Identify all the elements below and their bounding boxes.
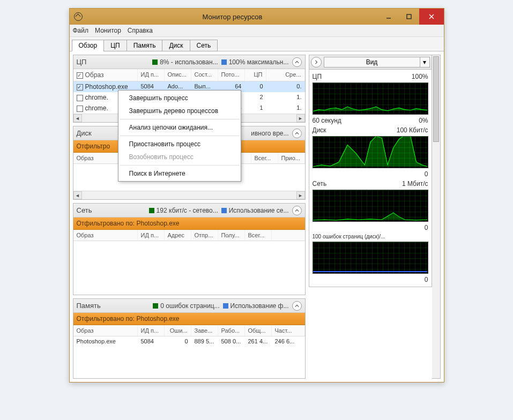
scroll-left-icon[interactable]: ◄	[73, 191, 82, 199]
graph-cpu-right: 100%	[412, 73, 428, 80]
memory-panel: Память 0 ошибок страниц... Использование…	[73, 298, 306, 379]
row-checkbox[interactable]	[77, 84, 83, 91]
net-panel-title: Сеть	[77, 206, 92, 214]
graph-mem-right2: 0	[425, 276, 428, 283]
graph-cpu-right2: 0%	[419, 117, 428, 124]
menubar: Файл Монитор Справка	[70, 25, 444, 37]
cpu-legend2-icon	[221, 59, 227, 65]
net-legend2: Использование се...	[229, 207, 289, 214]
ctx-end-tree[interactable]: Завершить дерево процессов	[118, 104, 241, 117]
disk-collapse-button[interactable]	[292, 129, 302, 138]
tab-network[interactable]: Сеть	[190, 40, 218, 51]
graphs-prev-button[interactable]	[311, 57, 322, 68]
cpu-legend1-icon	[152, 59, 158, 65]
mem-legend2-icon	[223, 303, 228, 309]
graph-net-right: 1 Мбит/с	[402, 180, 428, 188]
mem-legend2: Использование ф...	[231, 302, 289, 310]
net-collapse-button[interactable]	[292, 206, 302, 215]
graph-disk-right2: 0	[425, 170, 428, 178]
ctx-resume: Возобновить процесс	[118, 151, 241, 163]
window-title: Монитор ресурсов	[87, 13, 378, 21]
net-column-headers[interactable]: Образ ИД п... Адрес Отпр... Полу... Всег…	[73, 230, 305, 241]
graphs-header: Вид ▾	[309, 55, 432, 70]
cpu-column-headers[interactable]: Образ ИД п... Опис... Сост... Пото... ЦП…	[73, 69, 305, 81]
menu-monitor[interactable]: Монитор	[95, 27, 121, 34]
mem-legend1-icon	[153, 303, 158, 309]
mem-legend1: 0 ошибок страниц...	[160, 302, 219, 310]
disk-h-scrollbar[interactable]: ◄ ►	[73, 191, 305, 199]
view-label: Вид	[324, 57, 420, 68]
app-icon	[74, 12, 83, 21]
net-legend2-icon	[221, 208, 227, 213]
mem-row-photoshop[interactable]: Photoshop.exe 5084 0 889 5... 508 0... 2…	[73, 336, 305, 346]
tab-disk[interactable]: Диск	[162, 40, 190, 51]
tab-memory[interactable]: Память	[127, 40, 163, 51]
row-checkbox[interactable]	[77, 95, 83, 101]
mem-filter-bar: Отфильтровано по: Photoshop.exe	[73, 313, 305, 325]
mem-column-headers[interactable]: Образ ИД п... Оши... Заве... Рабо... Общ…	[73, 325, 305, 336]
scroll-right-icon[interactable]: ►	[296, 114, 305, 122]
mem-collapse-button[interactable]	[292, 301, 302, 311]
cpu-panel-title: ЦП	[77, 58, 87, 66]
view-selector[interactable]: Вид ▾	[324, 57, 430, 68]
ctx-search-web[interactable]: Поиск в Интернете	[118, 167, 241, 180]
disk-graph	[313, 136, 428, 168]
menu-file[interactable]: Файл	[73, 27, 89, 34]
disk-legend-suffix: ивного вре...	[251, 130, 288, 137]
net-graph	[313, 190, 428, 222]
tab-overview[interactable]: Обзор	[72, 40, 105, 51]
graph-disk-left: Диск	[313, 126, 326, 134]
cpu-collapse-button[interactable]	[292, 57, 302, 67]
tabbar: Обзор ЦП Память Диск Сеть	[70, 37, 444, 51]
graph-cpu-left: ЦП	[313, 73, 322, 80]
cpu-legend2: 100% максимальн...	[229, 58, 289, 66]
minimize-button[interactable]	[378, 9, 399, 25]
graph-net-right2: 0	[425, 224, 428, 231]
ctx-analyze-wait[interactable]: Анализ цепочки ожидания...	[118, 121, 241, 134]
mem-panel-title: Память	[77, 302, 101, 310]
menu-help[interactable]: Справка	[128, 27, 153, 34]
process-context-menu: Завершить процесс Завершить дерево проце…	[118, 90, 241, 182]
cpu-header-checkbox[interactable]	[77, 72, 83, 79]
tab-cpu[interactable]: ЦП	[103, 40, 127, 51]
right-v-scrollbar[interactable]	[432, 55, 441, 379]
network-panel: Сеть 192 кбит/с - сетево... Использовани…	[73, 203, 306, 295]
graph-cpu-left2: 60 секунд	[313, 117, 341, 124]
disk-panel-title: Диск	[77, 129, 92, 137]
maximize-button[interactable]	[399, 9, 419, 25]
graph-disk-right: 100 Кбит/с	[397, 126, 428, 134]
cpu-graph	[313, 82, 428, 115]
cpu-legend1: 8% - использован...	[160, 58, 218, 66]
titlebar[interactable]: Монитор ресурсов	[70, 9, 444, 25]
scroll-right-icon[interactable]: ►	[296, 191, 305, 199]
mem-graph	[313, 242, 428, 274]
resource-monitor-window: Монитор ресурсов Файл Монитор Справка Об…	[69, 8, 444, 382]
svg-rect-1	[407, 14, 411, 19]
ctx-suspend[interactable]: Приостановить процесс	[118, 138, 241, 151]
graph-net-left: Сеть	[313, 180, 327, 188]
net-legend1-icon	[149, 208, 154, 213]
net-filter-bar: Отфильтровано по: Photoshop.exe	[73, 218, 305, 230]
scroll-left-icon[interactable]: ◄	[73, 114, 82, 122]
chevron-down-icon[interactable]: ▾	[420, 57, 430, 68]
close-button[interactable]	[419, 9, 444, 25]
net-legend1: 192 кбит/с - сетево...	[157, 207, 218, 214]
row-checkbox[interactable]	[77, 106, 83, 112]
graph-mem-left: 100 ошибок страниц (диск)/...	[313, 234, 385, 239]
ctx-end-process[interactable]: Завершить процесс	[118, 92, 241, 104]
